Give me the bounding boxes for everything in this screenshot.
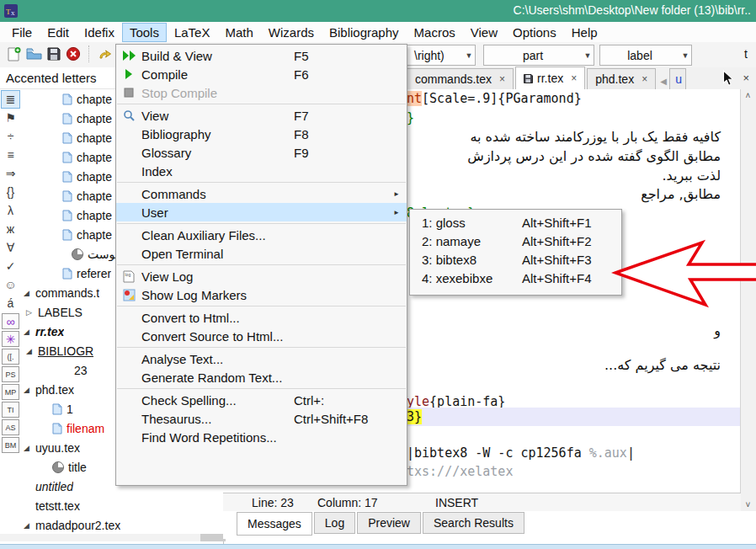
menu-item-view-log[interactable]: logView Log [116, 267, 407, 285]
menu-item-commands[interactable]: Commands► [116, 184, 407, 203]
new-file-icon[interactable] [7, 46, 21, 61]
menu-item-glossary[interactable]: GlossaryF9 [116, 143, 407, 162]
section-combo[interactable]: part ▼ [483, 45, 594, 66]
code-span: } [407, 110, 414, 125]
structure-icon[interactable]: ≣ [2, 91, 19, 108]
menu-item-index[interactable]: Index [116, 162, 407, 180]
expanded-icon[interactable]: ◢ [26, 347, 38, 355]
special-symbols-icon[interactable]: ✳ [2, 331, 19, 347]
close-panel-icon[interactable]: × [743, 72, 749, 84]
menubar-item-macros[interactable]: Macros [407, 24, 462, 41]
menu-item-user[interactable]: User► [116, 203, 407, 221]
editor-tab-rr-tex[interactable]: rr.tex× [515, 67, 585, 89]
menu-item-convert-to-html[interactable]: Convert to Html... [116, 308, 407, 327]
menubar-item-view[interactable]: View [464, 24, 504, 41]
greek-letters-icon[interactable]: λ [2, 202, 19, 219]
relations-icon[interactable]: ≡ [2, 147, 19, 163]
menu-item-analyse-text[interactable]: Analyse Text... [116, 349, 407, 368]
panel-tab-messages[interactable]: Messages [237, 512, 312, 536]
panel-tab-log[interactable]: Log [314, 512, 355, 534]
document-icon [62, 132, 72, 144]
tikz-icon[interactable]: TI [2, 402, 19, 418]
expanded-icon[interactable]: ◢ [24, 386, 35, 394]
menu-item-convert-source-to-html[interactable]: Convert Source to Html... [116, 327, 407, 345]
tab-scroll-left-icon[interactable]: ◀ [658, 72, 669, 89]
editor-tab-phd-tex[interactable]: phd.tex× [587, 68, 656, 89]
tree-item-madadpour2-tex[interactable]: ◢madadpour2.tex [24, 515, 222, 533]
brackets-icon[interactable]: ([. [2, 349, 19, 365]
beamer-icon[interactable]: BM [2, 437, 19, 453]
tree-item-label: title [68, 461, 87, 474]
menubar-item-edit[interactable]: Edit [40, 24, 76, 41]
delimiters-icon[interactable]: {} [2, 184, 19, 200]
scroll-down-icon[interactable]: ˅ [741, 498, 755, 512]
expanded-icon[interactable]: ◢ [24, 289, 35, 297]
accented-letters-icon[interactable]: á [2, 295, 19, 312]
submenu-item-label: 4: xexebibxe [422, 271, 522, 285]
menubar-item-math[interactable]: Math [218, 24, 259, 41]
menubar-item-latex[interactable]: LaTeX [168, 24, 217, 41]
expanded-icon[interactable]: ◢ [24, 328, 35, 336]
menu-item-show-log-markers[interactable]: Show Log Markers [116, 285, 407, 304]
pstricks-icon[interactable]: PS [2, 366, 19, 382]
menubar-item-idefix[interactable]: Idefix [77, 24, 121, 41]
menu-item-clean-auxiliary-files[interactable]: Clean Auxiliary Files... [116, 226, 407, 244]
collapsed-icon[interactable]: ▷ [26, 308, 38, 317]
submenu-item-3-bibtex8[interactable]: 3: bibtex8Alt+Shift+F3 [410, 250, 621, 269]
arrows-icon[interactable]: ⇒ [2, 165, 19, 182]
panel-tab-search-results[interactable]: Search Results [423, 512, 524, 534]
menu-item-generate-random-text[interactable]: Generate Random Text... [116, 368, 407, 386]
cyrillic-letters-icon[interactable]: ж [2, 221, 19, 237]
expanded-icon[interactable]: ◢ [24, 521, 35, 530]
logic-symbols-icon[interactable]: ∀ [2, 239, 19, 256]
code-span: 3} [407, 409, 422, 424]
panel-tab-preview[interactable]: Preview [357, 512, 421, 534]
misc-symbols-icon[interactable]: ✓ [2, 258, 19, 274]
metapost-icon[interactable]: MP [2, 384, 19, 400]
menubar-item-file[interactable]: File [5, 24, 39, 41]
document-icon [62, 171, 72, 183]
menu-item-bibliography[interactable]: BibliographyF8 [116, 125, 407, 143]
document-icon [52, 403, 62, 415]
expanded-icon[interactable]: ◢ [24, 444, 35, 452]
undo-icon[interactable] [98, 47, 112, 61]
menu-item-compile[interactable]: CompileF6 [116, 65, 407, 83]
bookmarks-icon[interactable]: ⚑ [2, 109, 19, 126]
sidebar-hscrollbar[interactable] [0, 534, 222, 541]
menu-item-build-view[interactable]: Build & ViewF5 [116, 46, 407, 65]
menu-item-open-terminal[interactable]: Open Terminal [116, 244, 407, 263]
menubar-item-wizards[interactable]: Wizards [262, 24, 321, 41]
infinity-symbols-icon[interactable]: ∞ [2, 313, 19, 329]
scroll-up-icon[interactable]: ˄ [741, 89, 755, 103]
menubar-item-help[interactable]: Help [565, 24, 604, 41]
menu-item-label: Find Word Repetitions... [141, 430, 294, 445]
ref-combo[interactable]: label ▼ [599, 45, 692, 66]
close-file-icon[interactable] [66, 46, 81, 61]
menu-item-stop-compile: Stop Compile [116, 83, 407, 102]
save-file-icon[interactable] [47, 47, 61, 61]
tab-close-icon[interactable]: × [571, 72, 577, 84]
submenu-item-2-namaye[interactable]: 2: namayeAlt+Shift+F2 [410, 232, 621, 250]
menu-item-find-word-repetitions[interactable]: Find Word Repetitions... [116, 428, 407, 446]
menubar-item-tools[interactable]: Tools [123, 24, 166, 41]
math-operators-icon[interactable]: ÷ [2, 128, 19, 145]
open-file-icon[interactable] [26, 47, 42, 61]
tab-close-icon[interactable]: × [499, 73, 505, 85]
menu-item-check-spelling[interactable]: Check Spelling...Ctrl+: [116, 391, 407, 409]
menubar-item-bibliography[interactable]: Bibliography [322, 24, 406, 41]
editor-tab-commands-tex[interactable]: commands.tex× [407, 68, 514, 89]
menu-item-thesaurus[interactable]: Thesaurus...Ctrl+Shift+F8 [116, 409, 407, 428]
submenu-item-4-xexebibxe[interactable]: 4: xexebibxeAlt+Shift+F4 [410, 269, 621, 287]
misc-text-symbols-icon[interactable]: ☺ [2, 276, 19, 293]
menubar-item-options[interactable]: Options [506, 24, 563, 41]
submenu-item-1-gloss[interactable]: 1: glossAlt+Shift+F1 [410, 213, 621, 232]
tree-item-label: 1 [67, 402, 73, 416]
tree-item-tetstt-tex[interactable]: tetstt.tex [24, 496, 222, 515]
tab-close-icon[interactable]: × [642, 73, 647, 85]
asymptote-icon[interactable]: AS [2, 419, 19, 435]
menu-item-view[interactable]: ViewF7 [116, 106, 407, 125]
scrollbar-thumb[interactable] [200, 534, 226, 541]
editor-tab-partial[interactable]: u [669, 68, 686, 89]
math-combo[interactable]: \right) ▼ [407, 45, 476, 66]
tree-item-label: referer [77, 267, 111, 280]
